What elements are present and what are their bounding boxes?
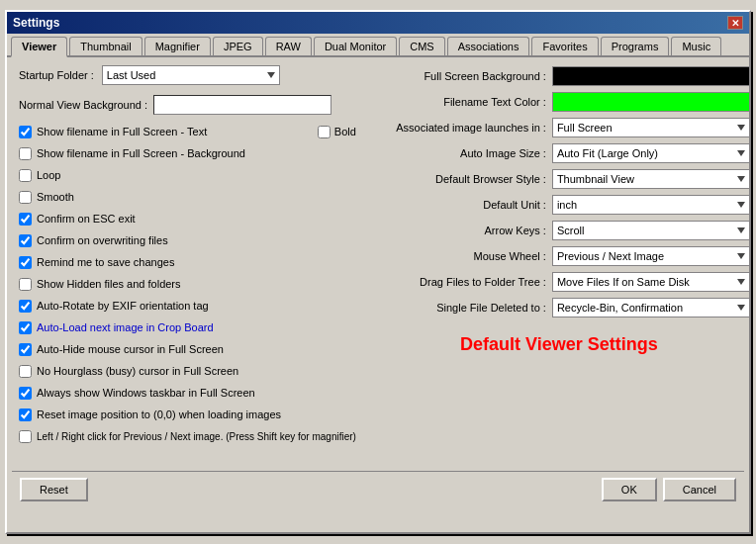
bold-check-container: Bold (318, 126, 356, 138)
cb-remind-save-label: Remind me to save changes (37, 256, 174, 268)
associated-launches-select[interactable]: Full Screen Normal View (552, 118, 750, 137)
cb-confirm-overwrite-input[interactable] (19, 234, 32, 247)
main-content: Startup Folder : Last Used My Documents … (7, 57, 749, 453)
tab-programs[interactable]: Programs (601, 37, 670, 55)
cb-auto-hide-cursor-input[interactable] (19, 343, 32, 356)
cb-no-hourglass-label: No Hourglass (busy) cursor in Full Scree… (37, 365, 238, 377)
cancel-button[interactable]: Cancel (663, 478, 736, 501)
tab-music[interactable]: Music (671, 37, 721, 55)
default-browser-style-row: Default Browser Style : Thumbnail View L… (368, 168, 750, 190)
full-screen-bg-label: Full Screen Background : (368, 70, 546, 82)
cb-auto-rotate: Auto-Rotate by EXIF orientation tag (19, 297, 356, 315)
full-screen-bg-color[interactable] (552, 66, 750, 86)
cb-show-taskbar: Always show Windows taskbar in Full Scre… (19, 384, 356, 402)
cb-confirm-esc-input[interactable] (19, 213, 32, 226)
associated-launches-row: Associated image launches in : Full Scre… (368, 117, 750, 138)
cb-confirm-overwrite: Confirm on overwriting files (19, 231, 356, 249)
default-unit-row: Default Unit : inch cm pixel (368, 194, 750, 216)
cb-no-hourglass: No Hourglass (busy) cursor in Full Scree… (19, 362, 356, 380)
cb-show-hidden-input[interactable] (19, 278, 32, 291)
tab-favorites[interactable]: Favorites (531, 37, 598, 55)
cb-auto-hide-cursor: Auto-Hide mouse cursor in Full Screen (19, 340, 356, 358)
cb-remind-save-input[interactable] (19, 256, 32, 269)
ok-cancel-group: OK Cancel (602, 478, 736, 501)
cb-show-hidden-label: Show Hidden files and folders (37, 278, 181, 290)
tab-thumbnail[interactable]: Thumbnail (69, 37, 142, 55)
title-bar: Settings ✕ (7, 12, 749, 34)
tab-jpeg[interactable]: JPEG (213, 37, 263, 55)
cb-loop: Loop (19, 166, 356, 184)
tab-magnifier[interactable]: Magnifier (144, 37, 211, 55)
cb-auto-rotate-label: Auto-Rotate by EXIF orientation tag (37, 300, 209, 312)
auto-image-size-label: Auto Image Size : (368, 147, 546, 159)
right-section: Full Screen Background : Filename Text C… (368, 65, 750, 445)
mouse-wheel-row: Mouse Wheel : Previous / Next Image Zoom… (368, 245, 750, 267)
settings-window: Settings ✕ Viewer Thumbnail Magnifier JP… (5, 10, 751, 534)
normal-bg-label: Normal View Background : (19, 99, 147, 111)
cb-reset-position-input[interactable] (19, 408, 32, 421)
cb-show-filename-text-input[interactable] (19, 126, 32, 138)
cb-auto-rotate-input[interactable] (19, 300, 32, 313)
single-file-deleted-row: Single File Deleted to : Recycle-Bin, Co… (368, 297, 750, 318)
cb-reset-position: Reset image position to (0,0) when loadi… (19, 406, 356, 423)
associated-launches-label: Associated image launches in : (368, 122, 546, 134)
cb-show-taskbar-input[interactable] (19, 387, 32, 400)
cb-confirm-overwrite-label: Confirm on overwriting files (37, 234, 168, 246)
window-title: Settings (13, 16, 59, 30)
normal-bg-row: Normal View Background : (19, 95, 356, 115)
close-button[interactable]: ✕ (727, 16, 743, 30)
arrow-keys-row: Arrow Keys : Scroll Next/Previous Image (368, 220, 750, 241)
cb-show-hidden: Show Hidden files and folders (19, 275, 356, 293)
full-screen-bg-row: Full Screen Background : (368, 65, 750, 87)
auto-image-size-select[interactable]: Auto Fit (Large Only) Auto Fit Original … (552, 143, 750, 163)
filename-text-color[interactable] (552, 92, 750, 112)
startup-folder-select[interactable]: Last Used My Documents Desktop (102, 65, 280, 85)
cb-left-right-click-input[interactable] (19, 430, 32, 443)
default-viewer-text: Default Viewer Settings (460, 334, 658, 354)
default-browser-style-label: Default Browser Style : (368, 173, 546, 185)
cb-show-filename-bg: Show filename in Full Screen - Backgroun… (19, 144, 356, 162)
cb-show-filename-text: Show filename in Full Screen - Text Bold (19, 123, 356, 140)
cb-left-right-click-label: Left / Right click for Previous / Next i… (37, 431, 356, 442)
bold-label: Bold (334, 126, 356, 137)
bold-checkbox[interactable] (318, 126, 331, 138)
arrow-keys-select[interactable]: Scroll Next/Previous Image (552, 221, 750, 240)
cb-show-filename-text-label: Show filename in Full Screen - Text (37, 126, 207, 137)
drag-files-row: Drag Files to Folder Tree : Move Files I… (368, 271, 750, 293)
cb-auto-load-crop-label: Auto-Load next image in Crop Board (37, 321, 214, 333)
default-browser-style-select[interactable]: Thumbnail View List View (552, 169, 750, 189)
auto-image-size-row: Auto Image Size : Auto Fit (Large Only) … (368, 142, 750, 164)
default-unit-select[interactable]: inch cm pixel (552, 195, 750, 215)
drag-files-select[interactable]: Move Files If on Same Disk Copy Files As… (552, 272, 750, 292)
cb-smooth: Smooth (19, 188, 356, 206)
default-viewer-container: Default Viewer Settings (368, 334, 750, 355)
cb-auto-load-crop: Auto-Load next image in Crop Board (19, 318, 356, 336)
cb-smooth-label: Smooth (37, 191, 74, 203)
mouse-wheel-select[interactable]: Previous / Next Image Zoom In/Out Scroll (552, 246, 750, 266)
cb-auto-hide-cursor-label: Auto-Hide mouse cursor in Full Screen (37, 343, 224, 355)
tab-cms[interactable]: CMS (399, 37, 444, 55)
startup-folder-row: Startup Folder : Last Used My Documents … (19, 65, 356, 85)
reset-button[interactable]: Reset (20, 478, 88, 501)
tab-raw[interactable]: RAW (265, 37, 312, 55)
cb-smooth-input[interactable] (19, 191, 32, 204)
startup-folder-label: Startup Folder : (19, 69, 94, 81)
cb-show-filename-bg-input[interactable] (19, 147, 32, 160)
cb-loop-label: Loop (37, 169, 60, 181)
tab-dual-monitor[interactable]: Dual Monitor (314, 37, 397, 55)
tab-viewer[interactable]: Viewer (11, 37, 67, 57)
cb-confirm-esc-label: Confirm on ESC exit (37, 213, 136, 225)
bottom-bar: Reset OK Cancel (12, 471, 744, 507)
tab-associations[interactable]: Associations (447, 37, 530, 55)
window-inner: Viewer Thumbnail Magnifier JPEG RAW Dual… (7, 34, 749, 532)
cb-no-hourglass-input[interactable] (19, 365, 32, 378)
normal-bg-color[interactable] (153, 95, 331, 115)
cb-loop-input[interactable] (19, 169, 32, 182)
filename-text-color-label: Filename Text Color : (368, 96, 546, 108)
ok-button[interactable]: OK (602, 478, 657, 501)
arrow-keys-label: Arrow Keys : (368, 225, 546, 236)
cb-auto-load-crop-input[interactable] (19, 321, 32, 334)
cb-show-filename-bg-label: Show filename in Full Screen - Backgroun… (37, 147, 245, 159)
tab-bar: Viewer Thumbnail Magnifier JPEG RAW Dual… (7, 34, 749, 57)
single-file-deleted-select[interactable]: Recycle-Bin, Confirmation Recycle-Bin De… (552, 298, 750, 317)
